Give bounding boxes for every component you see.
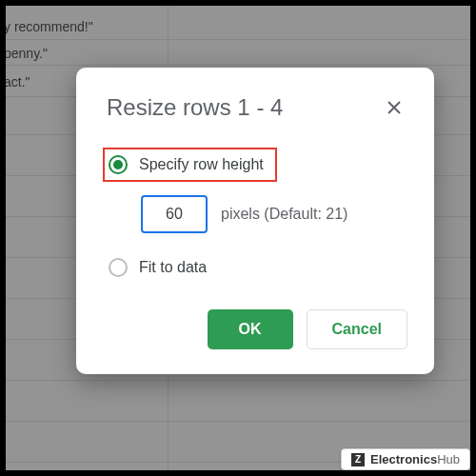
- radio-fit-label: Fit to data: [139, 259, 207, 276]
- specify-height-highlight: Specify row height: [103, 148, 277, 182]
- cancel-button[interactable]: Cancel: [307, 309, 407, 349]
- close-icon[interactable]: [381, 94, 407, 121]
- resize-rows-dialog: Resize rows 1 - 4 Specify row height pix…: [76, 68, 434, 374]
- pixels-default-label: pixels (Default: 21): [221, 206, 347, 223]
- watermark-badge: Z ElectronicsHub: [341, 448, 470, 470]
- watermark-icon: Z: [351, 453, 365, 466]
- radio-specify-label: Specify row height: [139, 156, 264, 173]
- radio-fit-to-data[interactable]: [109, 258, 128, 277]
- watermark-text-light: Hub: [437, 452, 460, 466]
- watermark-text-bold: Electronics: [370, 452, 437, 466]
- ok-button[interactable]: OK: [208, 309, 293, 349]
- row-height-input[interactable]: [141, 195, 208, 233]
- dialog-title: Resize rows 1 - 4: [107, 94, 283, 121]
- radio-specify-height[interactable]: [109, 155, 128, 174]
